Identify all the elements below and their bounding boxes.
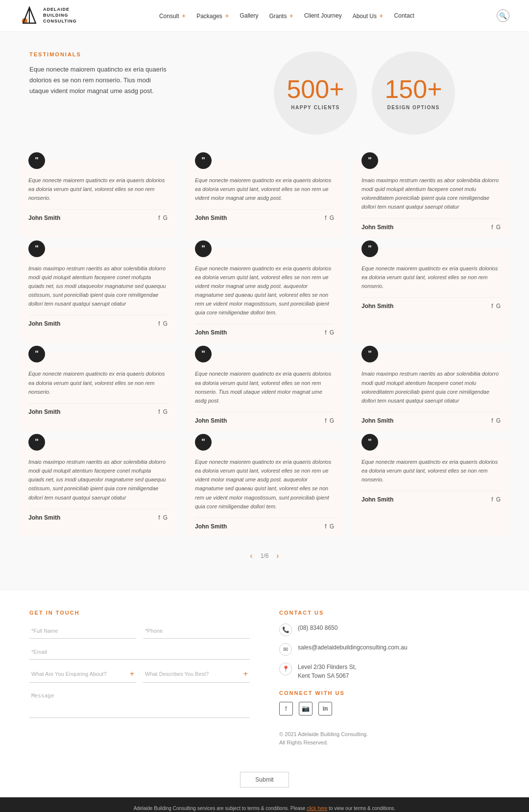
testimonial-card: " Imaio maximpo restrum raeritis as abor…: [353, 353, 509, 431]
testimonial-name: John Smith: [195, 523, 227, 530]
phone-input[interactable]: [143, 623, 250, 639]
stats-section: TESTIMONIALS Eque nonecte maiorem quatin…: [0, 32, 529, 149]
google-small-icon: G: [496, 417, 501, 424]
testimonials-label: TESTIMONIALS: [29, 51, 210, 57]
google-small-icon: G: [496, 224, 501, 231]
nav-gallery[interactable]: Gallery: [240, 12, 258, 19]
instagram-icon[interactable]: 📷: [299, 702, 313, 716]
testimonial-footer: John Smith f G: [195, 412, 334, 424]
facebook-small-icon: f: [158, 408, 160, 415]
facebook-small-icon: f: [158, 215, 160, 221]
pagination-next[interactable]: ›: [276, 551, 279, 560]
quote-badge: ": [195, 346, 212, 362]
testimonial-card: " Imaio maximpo restrum raeritis as abor…: [353, 159, 509, 238]
nav-contact[interactable]: Contact: [394, 12, 414, 19]
linkedin-icon[interactable]: in: [318, 702, 332, 716]
submit-row: Submit: [0, 767, 529, 797]
email-input[interactable]: [29, 645, 250, 660]
describe-label: What Describes You Best?: [145, 671, 209, 677]
form-row-email: [29, 645, 250, 660]
message-textarea[interactable]: [29, 689, 250, 718]
submit-button[interactable]: Submit: [240, 772, 289, 788]
nav-packages[interactable]: Packages +: [196, 12, 229, 20]
enquiry-label: What Are You Enquiring About?: [31, 671, 107, 677]
form-row-selects: What Are You Enquiring About? + What Des…: [29, 666, 250, 683]
testimonial-text: Eque nonecte maiorem quatincto ex eria q…: [28, 369, 168, 396]
testimonial-footer: John Smith f G: [361, 297, 501, 310]
quote-badge: ": [361, 152, 378, 169]
bottom-bar-line1: Adelaide Building Consulting services ar…: [20, 804, 509, 812]
contact-phone-item: 📞 (08) 8340 8650: [279, 623, 500, 636]
testimonial-name: John Smith: [361, 496, 393, 503]
contact-phone: (08) 8340 8650: [298, 623, 337, 632]
logo-area: ADELAIDE BUILDING CONSULTING: [20, 6, 77, 25]
nav-grants[interactable]: Grants +: [269, 12, 293, 20]
describe-select[interactable]: What Describes You Best? +: [143, 666, 250, 683]
terms-link[interactable]: click here: [307, 806, 327, 811]
facebook-small-icon: f: [158, 514, 160, 521]
nav-client-journey[interactable]: Client Journey: [304, 12, 342, 19]
facebook-small-icon: f: [325, 417, 326, 424]
facebook-small-icon: f: [325, 329, 326, 336]
contact-section: GET IN TOUCH What Are You Enquiring Abou…: [0, 590, 529, 767]
stat-number-clients: 500+: [287, 76, 344, 102]
google-small-icon: G: [163, 320, 168, 327]
pagination-prev[interactable]: ‹: [250, 551, 252, 560]
testimonial-card: " Eque nonecte maiorem quatincto ex eria…: [20, 353, 176, 431]
testimonial-text: Eque nonecte maiorem quatincto ex eria q…: [195, 457, 334, 511]
stat-happy-clients: 500+ HAPPY CLIENTS: [274, 51, 357, 135]
main-nav: Consult + Packages + Gallery Grants + Cl…: [159, 12, 414, 20]
testimonial-footer: John Smith f G: [28, 315, 168, 327]
bottom-text2: to view our terms & conditions.: [327, 806, 395, 811]
bottom-bar: Adelaide Building Consulting services ar…: [0, 797, 529, 812]
testimonial-name: John Smith: [361, 303, 393, 310]
testimonial-footer: John Smith f G: [28, 509, 168, 521]
contact-address: Level 2/30 Flinders St, Kent Town SA 506…: [298, 663, 356, 680]
contact-us-label: CONTACT US: [279, 610, 500, 616]
testimonial-footer: John Smith f G: [361, 412, 501, 424]
google-small-icon: G: [496, 496, 501, 503]
testimonial-name: John Smith: [28, 408, 60, 415]
facebook-small-icon: f: [325, 523, 326, 530]
quote-badge: ": [361, 434, 378, 451]
get-in-touch-label: GET IN TOUCH: [29, 610, 250, 616]
testimonials-grid: " Eque nonecte maiorem quatincto ex eria…: [20, 159, 509, 537]
search-button[interactable]: 🔍: [497, 9, 509, 22]
logo-icon: [20, 6, 39, 25]
testimonial-name: John Smith: [361, 224, 393, 231]
testimonial-footer: John Smith f G: [28, 403, 168, 415]
testimonial-footer: John Smith f G: [195, 209, 334, 221]
logo-text: ADELAIDE BUILDING CONSULTING: [43, 7, 77, 24]
facebook-icon[interactable]: f: [279, 702, 293, 716]
nav-about-us[interactable]: About Us +: [353, 12, 384, 20]
testimonial-name: John Smith: [28, 514, 60, 521]
stat-label-clients: HAPPY CLIENTS: [291, 105, 339, 110]
testimonial-social-icons: f G: [491, 303, 501, 310]
testimonial-social-icons: f G: [491, 224, 501, 231]
location-icon: 📍: [279, 663, 292, 675]
contact-email: sales@adelaidebuildingconsulting.com.au: [298, 643, 408, 652]
enquiry-select[interactable]: What Are You Enquiring About? +: [29, 666, 136, 683]
contact-info-area: CONTACT US 📞 (08) 8340 8650 ✉ sales@adel…: [279, 610, 500, 747]
connect-with-us-label: CONNECT WITH US: [279, 690, 500, 696]
testimonial-card: " Eque nonecte maiorem quatincto ex eria…: [353, 247, 509, 343]
google-small-icon: G: [330, 523, 334, 530]
testimonial-card: " Eque nonecte maiorem quatincto ex eria…: [186, 441, 343, 537]
testimonial-social-icons: f G: [158, 514, 168, 521]
nav-consult[interactable]: Consult +: [159, 12, 186, 20]
full-name-input[interactable]: [29, 623, 136, 639]
testimonial-text: Imaio maximpo restrum raeritis as abor s…: [361, 176, 501, 212]
testimonial-card: " Imaio maximpo restrum raeritis as abor…: [20, 247, 176, 343]
quote-badge: ": [195, 240, 212, 257]
testimonial-text: Imaio maximpo restrum raeritis as abor s…: [361, 369, 501, 405]
testimonial-footer: John Smith f G: [28, 209, 168, 221]
stats-left: TESTIMONIALS Eque nonecte maiorem quatin…: [29, 51, 210, 96]
testimonial-social-icons: f G: [158, 320, 168, 327]
testimonial-footer: John Smith f G: [195, 518, 334, 530]
google-small-icon: G: [163, 215, 168, 221]
stats-description: Eque nonecte maiorem quatincto ex eria q…: [29, 64, 167, 96]
form-row-name-phone: [29, 623, 250, 639]
testimonial-text: Imaio maximpo restrum raeritis as abor s…: [28, 264, 168, 309]
quote-badge: ": [28, 434, 45, 451]
testimonial-text: Eque nonecte maiorem quatincto ex eria q…: [361, 457, 501, 484]
